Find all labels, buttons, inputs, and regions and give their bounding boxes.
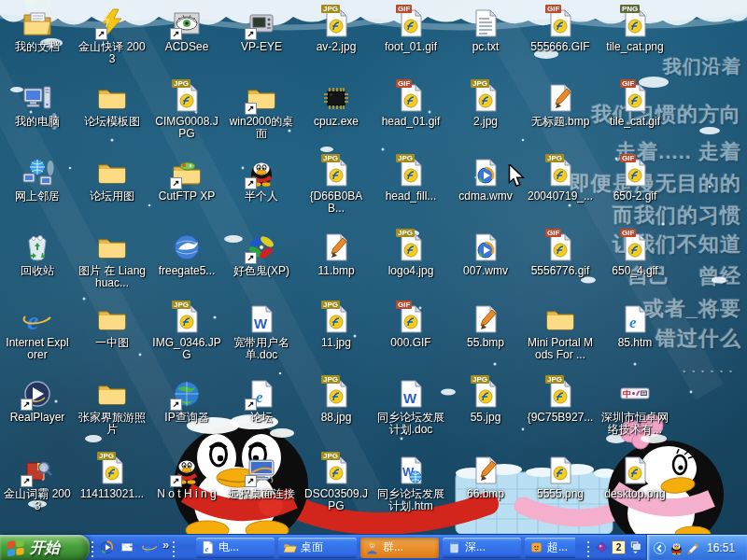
desktop-icon[interactable]: 回收站 bbox=[2, 231, 73, 277]
desktop-icon[interactable]: ↗好色鬼(XP) bbox=[226, 231, 297, 277]
desktop-icon[interactable]: JPG114113021... bbox=[77, 455, 148, 500]
tray-pen-icon[interactable] bbox=[686, 541, 700, 555]
desktop-icon-label: 张家界旅游照片 bbox=[78, 412, 147, 436]
desktop-icon[interactable]: GIFtile_cat.gif bbox=[599, 82, 670, 128]
shortcut-arrow-icon: ↗ bbox=[95, 28, 107, 40]
desktop-icon[interactable]: JPGIMG_0346.JPG bbox=[151, 303, 222, 361]
desktop-icon-label: cpuz.exe bbox=[302, 116, 371, 128]
desktop-icon[interactable]: 一中图 bbox=[77, 303, 148, 349]
desktop-icon[interactable]: ↗CutFTP XP bbox=[151, 157, 222, 203]
task-button[interactable]: 电... bbox=[196, 538, 275, 558]
task-button[interactable]: 桌面 bbox=[278, 538, 357, 558]
filetype-badge: JPG bbox=[172, 301, 190, 309]
desktop-icon[interactable]: JPG11.jpg bbox=[301, 303, 372, 349]
desktop-icon[interactable]: 张家界旅游照片 bbox=[77, 378, 148, 436]
quick-launch-overflow-chevron[interactable]: » bbox=[162, 538, 169, 552]
folder-icon bbox=[96, 378, 128, 410]
desktop-icon[interactable]: JPG{9C75B927... bbox=[525, 378, 596, 424]
desktop-icon[interactable]: 66.bmp bbox=[450, 455, 521, 500]
media-player-icon[interactable] bbox=[99, 539, 115, 555]
qq-icon: ↗ bbox=[246, 157, 277, 189]
desktop-icon[interactable]: ↗RealPlayer bbox=[2, 378, 73, 424]
desktop-icon[interactable]: 11.bmp bbox=[301, 231, 372, 277]
task-button[interactable]: 深... bbox=[443, 538, 521, 558]
desktop-icon[interactable]: 我的电脑 bbox=[2, 82, 73, 128]
tray-hidden-windows-icon[interactable] bbox=[628, 540, 642, 554]
desktop-icon[interactable]: JPG{D66B0BAB... bbox=[301, 157, 372, 215]
fw-icon: JPG bbox=[320, 7, 352, 39]
desktop-icon[interactable]: 85.htm bbox=[599, 303, 670, 349]
desktop-icon-label: ACDSee bbox=[152, 41, 221, 53]
desktop-icon[interactable]: JPGav-2.jpg bbox=[301, 7, 372, 53]
desktop-icon[interactable]: 宽带用户名单.doc bbox=[226, 303, 297, 361]
desktop-icon[interactable]: ↗IP查询器 bbox=[151, 378, 222, 424]
desktop-icon[interactable]: JPG20040719_... bbox=[525, 157, 596, 203]
desktop-icon[interactable]: 网上邻居 bbox=[2, 157, 73, 203]
desktop-icon[interactable]: GIF650_4.gif bbox=[599, 231, 670, 277]
desktop-icon[interactable]: 5555.png bbox=[525, 455, 596, 500]
recycle-icon bbox=[21, 231, 53, 263]
start-button[interactable]: 开始 bbox=[0, 535, 90, 560]
desktop-icon[interactable]: GIF5556776.gif bbox=[525, 231, 596, 277]
desktop-icon[interactable]: pc.txt bbox=[450, 7, 521, 53]
desktop-icon[interactable]: 无标题.bmp bbox=[525, 82, 596, 128]
desktop-icon[interactable]: JPG2.jpg bbox=[450, 82, 521, 128]
desktop-icon-label: 回收站 bbox=[3, 265, 72, 277]
desktop-icon[interactable]: GIFhead_01.gif bbox=[375, 82, 446, 128]
fw-icon: JPG bbox=[320, 455, 352, 486]
desktop-icon[interactable]: ↗金山词霸 2003 bbox=[2, 455, 73, 512]
desktop-icon-label: 我的电脑 bbox=[3, 116, 72, 128]
toolbar-grip[interactable] bbox=[172, 540, 176, 559]
desktop-icon[interactable]: 论坛模板图 bbox=[77, 82, 148, 128]
desktop-icon[interactable]: ↗金山快译 2003 bbox=[77, 7, 148, 65]
htm-icon bbox=[619, 303, 651, 335]
internet-explorer-icon[interactable] bbox=[142, 539, 158, 555]
taskbar-clock: 16:51 bbox=[707, 541, 735, 554]
tray-gem-icon[interactable] bbox=[595, 540, 609, 554]
desktop-icon[interactable]: ↗N o t H i n g bbox=[151, 455, 222, 500]
desktop-icon[interactable]: GIF650-2.gif bbox=[599, 157, 670, 203]
tray-help-icon[interactable]: 2 bbox=[612, 540, 626, 554]
desktop-icon[interactable]: desktop.png bbox=[599, 455, 670, 500]
desktop-icon[interactable]: JPGDSC03509.JPG bbox=[301, 455, 372, 512]
desktop-icon[interactable]: ↗VP-EYE bbox=[226, 7, 297, 53]
notepad-icon bbox=[447, 540, 461, 554]
desktop-icon[interactable]: GIF555666.GIF bbox=[525, 7, 596, 53]
desktop-icon-label: 88.jpg bbox=[302, 412, 371, 424]
task-button[interactable]: 群... bbox=[360, 538, 439, 558]
desktop-icon[interactable]: ↗论坛 bbox=[226, 378, 297, 424]
desktop-icon[interactable]: Mini Portal Mods For ... bbox=[525, 303, 596, 361]
person-icon bbox=[365, 540, 379, 554]
desktop-icon[interactable]: JPGlogo4.jpg bbox=[375, 231, 446, 277]
desktop-icon-label: 55.bmp bbox=[451, 337, 520, 349]
desktop-icon[interactable]: 同乡论坛发展计划.doc bbox=[375, 378, 446, 436]
desktop-icon[interactable]: 同乡论坛发展计划.htm bbox=[375, 455, 446, 512]
desktop-icon[interactable]: JPGhead_fill... bbox=[375, 157, 446, 203]
desktop-icon[interactable]: cpuz.exe bbox=[301, 82, 372, 128]
task-button[interactable]: 超... bbox=[525, 538, 575, 558]
desktop-icon[interactable]: 深圳市恒卓网络技术有... bbox=[599, 378, 670, 436]
desktop-icon[interactable]: JPGCIMG0008.JPG bbox=[151, 82, 222, 140]
desktop-icon[interactable]: 图片 在 Lianghuac... bbox=[77, 231, 148, 289]
desktop-icon[interactable]: ↗远程桌面连接 bbox=[226, 455, 297, 500]
desktop-icon[interactable]: GIF000.GIF bbox=[375, 303, 446, 349]
desktop-icon[interactable]: freegate5... bbox=[151, 231, 222, 277]
tray-back-icon[interactable] bbox=[653, 541, 667, 555]
desktop-icon[interactable]: 我的文档 bbox=[2, 7, 73, 53]
desktop-icon[interactable]: JPG88.jpg bbox=[301, 378, 372, 424]
desktop-icon[interactable]: ↗win2000的桌面 bbox=[226, 82, 297, 140]
desktop-icon[interactable]: 论坛用图 bbox=[77, 157, 148, 203]
paint-icon bbox=[320, 231, 352, 263]
desktop-icon[interactable]: JPG55.jpg bbox=[450, 378, 521, 424]
tray-qq-icon[interactable] bbox=[669, 541, 684, 555]
toolbar-grip[interactable] bbox=[91, 540, 95, 559]
desktop-icon[interactable]: 007.wmv bbox=[450, 231, 521, 277]
desktop-icon[interactable]: PNGtile_cat.png bbox=[599, 7, 670, 53]
outlook-express-icon[interactable] bbox=[120, 539, 136, 555]
desktop-icon[interactable]: GIFfoot_01.gif bbox=[375, 7, 446, 53]
desktop-icon[interactable]: ↗半个人 bbox=[226, 157, 297, 203]
desktop-icon[interactable]: ↗ACDSee bbox=[151, 7, 222, 53]
desktop-icon[interactable]: Internet Explorer bbox=[2, 303, 73, 361]
folder-icon: ↗ bbox=[246, 82, 277, 114]
desktop-icon[interactable]: 55.bmp bbox=[450, 303, 521, 349]
